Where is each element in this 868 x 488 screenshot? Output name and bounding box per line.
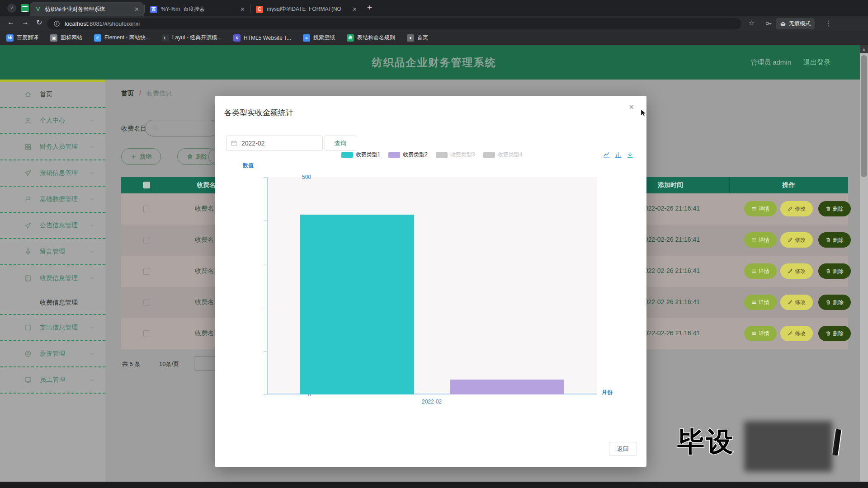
month-picker-input[interactable]: 2022-02 [226,136,323,151]
bookmark-item[interactable]: ≡ 搜索壁纸 [303,34,335,42]
sidebar-item-label: 报销信息管理 [40,169,78,177]
row-checkbox[interactable] [143,206,150,212]
sidebar-item-薪资管理[interactable]: 薪资管理 [0,341,105,367]
plane-icon [24,222,32,229]
detail-button[interactable]: 详情 [744,201,777,216]
detail-button[interactable]: 详情 [744,295,777,310]
scrollbar-up-arrow[interactable]: ▲ [860,45,868,53]
edit-button[interactable]: 修改 [780,201,813,216]
bookmark-item[interactable]: 表 表结构命名规则 [347,34,395,42]
url-host: localhost [65,20,88,27]
edit-button[interactable]: 修改 [780,326,813,341]
bookmark-item[interactable]: 5 HTML5 Website T... [233,34,291,42]
edit-button[interactable]: 修改 [780,263,813,279]
edit-button[interactable]: 修改 [780,232,813,248]
forward-icon[interactable]: → [22,18,29,26]
pencil-icon [788,206,793,211]
key-icon[interactable] [765,20,772,27]
legend-item-收费类型4[interactable]: 收费类型4 [483,151,523,159]
row-checkbox[interactable] [143,268,150,275]
row-checkbox[interactable] [143,299,150,306]
header-user[interactable]: 管理员 admin [750,58,791,67]
breadcrumb-home[interactable]: 首页 [121,89,134,97]
pencil-icon [788,237,793,243]
calendar-icon [231,140,237,147]
back-button[interactable]: 返回 [609,442,637,456]
chevron-down-icon [89,377,95,383]
delete-row-button[interactable]: 删除 [818,263,851,279]
new-tab-button[interactable]: + [367,3,372,13]
detail-button[interactable]: 详情 [744,326,777,341]
sidebar-item-留言管理[interactable]: 留言管理 [0,239,105,265]
sidebar-item-员工管理[interactable]: 员工管理 [0,367,105,394]
pagination-size: 10条/页 [159,360,179,368]
browser-tab[interactable]: 百 %Y-%m_百度搜索 ✕ [146,2,250,16]
bookmark-item[interactable]: L Layui - 经典开源模... [162,34,222,42]
sidebar-item-label: 公告信息管理 [40,221,78,230]
query-button[interactable]: 查询 [325,136,356,151]
url-bar[interactable]: localhost:8081/#/shoufeixinxi [47,18,741,29]
table-doc-icon: 表 [347,34,354,42]
edit-button[interactable]: 修改 [780,295,813,310]
bookmark-label: Element - 网站快... [104,34,150,42]
row-checkbox[interactable] [143,237,150,244]
sidebar-subitem-label: 收费信息管理 [40,299,78,307]
bookmark-item[interactable]: E Element - 网站快... [94,34,150,42]
select-all-checkbox[interactable] [143,182,150,188]
menu-dots-icon[interactable]: ⋮ [825,19,832,28]
sidebar-item-报销信息管理[interactable]: 报销信息管理 [0,160,105,187]
browser-tab[interactable]: C mysql中的DATE_FORMAT(NO ✕ [251,2,362,16]
tab-search-icon[interactable]: ˅ [7,4,16,13]
delete-row-button[interactable]: 删除 [818,326,851,341]
y-tick-mark [264,351,267,352]
delete-row-button[interactable]: 删除 [818,201,851,216]
sidebar-item-公告信息管理[interactable]: 公告信息管理 [0,213,105,239]
pinned-tab-sheets-icon[interactable] [21,4,29,12]
sidebar-item-label: 基础数据管理 [40,195,78,203]
bookmark-item[interactable]: 译 百度翻译 [6,34,38,42]
tab-close-icon[interactable]: ✕ [240,6,245,13]
legend-item-收费类型2[interactable]: 收费类型2 [388,151,428,159]
delete-row-button[interactable]: 删除 [818,232,851,248]
watermark-blur-box [744,421,832,472]
detail-button[interactable]: 详情 [744,263,777,279]
bar-chart-icon[interactable] [614,151,622,159]
tab-close-icon[interactable]: ✕ [352,6,357,13]
bookmark-item[interactable]: ▣ 图标网站 [50,34,82,42]
x-axis-title: 月份 [602,389,613,396]
at-icon [24,350,32,357]
sidebar-item-个人中心[interactable]: 个人中心 [0,108,105,134]
reload-icon[interactable]: ↻ [36,18,42,27]
pagination-total: 共 5 条 [122,360,140,368]
breadcrumb-separator: / [139,89,141,97]
delete-row-button[interactable]: 删除 [818,295,851,310]
sidebar-item-支出信息管理[interactable]: 支出信息管理 [0,315,105,341]
search-input[interactable] [145,120,218,136]
sidebar-item-收费信息管理[interactable]: 收费信息管理 [0,265,105,291]
detail-button[interactable]: 详情 [744,232,777,248]
legend-label: 收费类型1 [356,151,381,159]
sidebar-item-基础数据管理[interactable]: 基础数据管理 [0,187,105,213]
legend-item-收费类型1[interactable]: 收费类型1 [341,151,381,159]
tab-close-icon[interactable]: ✕ [134,6,139,13]
close-icon[interactable]: × [629,102,634,112]
sidebar-subitem-收费信息管理[interactable]: 收费信息管理 [0,291,105,315]
bookmark-item[interactable]: ● 首页 [407,34,428,42]
list-icon [751,300,757,305]
add-button[interactable]: 新增 [121,148,161,165]
logout-link[interactable]: 退出登录 [803,58,830,67]
sidebar-item-财务人员管理[interactable]: 财务人员管理 [0,134,105,160]
row-checkbox[interactable] [143,330,150,337]
scrollbar-thumb[interactable] [861,55,867,177]
legend-item-收费类型3[interactable]: 收费类型3 [436,151,475,159]
sidebar: 首页 个人中心 财务人员管理 报销信息管理 基础数据管理 公告信息管理 留言管理… [0,80,105,482]
bookmark-star-icon[interactable]: ☆ [749,19,755,27]
y-tick-mark [264,221,267,221]
back-icon[interactable]: ← [7,18,14,26]
line-chart-icon[interactable] [603,151,610,159]
sidebar-item-首页[interactable]: 首页 [0,82,105,108]
download-icon[interactable] [626,151,634,159]
browser-tab[interactable]: V 纺织品企业财务管理系统 ✕ [30,2,144,16]
site-info-icon[interactable] [53,20,60,27]
pencil-icon [788,331,793,336]
